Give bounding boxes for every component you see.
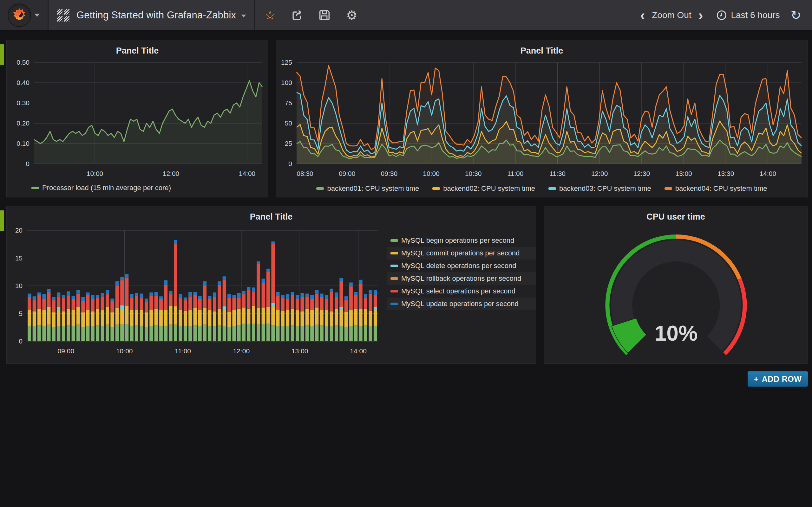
legend-item[interactable]: backend03: CPU system time: [548, 184, 651, 193]
logo-caret-icon: [34, 14, 40, 17]
chevron-left-icon: ‹: [641, 7, 645, 23]
legend-item[interactable]: MySQL begin operations per second: [387, 234, 537, 247]
refresh-button[interactable]: ↻: [789, 8, 803, 22]
legend-label: backend04: CPU system time: [675, 184, 767, 193]
legend-label: Processor load (15 min average per core): [42, 184, 171, 192]
time-range-picker[interactable]: Last 6 hours: [710, 10, 786, 20]
svg-text:20: 20: [15, 227, 22, 234]
legend-label: MySQL commit operations per second: [401, 249, 519, 257]
svg-text:11:00: 11:00: [507, 170, 523, 177]
bar-chart-mysql-operations[interactable]: 09:0010:0011:0012:0013:0014:0005101520: [7, 224, 381, 359]
svg-text:0: 0: [19, 337, 22, 345]
svg-text:0.20: 0.20: [16, 119, 30, 127]
svg-text:50: 50: [285, 119, 292, 127]
legend-color-dash: [391, 290, 398, 292]
gauge-cpu-user-time[interactable]: 10%: [544, 224, 808, 365]
legend-item[interactable]: backend02: CPU system time: [432, 184, 535, 193]
legend-label: MySQL update operations per second: [401, 300, 519, 308]
svg-text:10:00: 10:00: [423, 170, 440, 177]
refresh-icon: ↻: [791, 8, 801, 22]
chart-legend: backend01: CPU system timebackend02: CPU…: [276, 184, 807, 193]
legend-label: backend01: CPU system time: [327, 184, 419, 193]
svg-text:10:30: 10:30: [465, 170, 482, 177]
save-icon: [318, 9, 331, 21]
panel-mysql-operations: Panel Title 09:0010:0011:0012:0013:0014:…: [6, 206, 536, 364]
svg-text:75: 75: [285, 99, 292, 107]
share-button[interactable]: [286, 0, 309, 31]
grafana-logo: [8, 3, 31, 27]
legend-item[interactable]: MySQL update operations per second: [387, 297, 537, 310]
legend-color-dash: [391, 252, 398, 255]
gear-icon: ⚙: [346, 9, 357, 21]
svg-text:13:30: 13:30: [717, 170, 734, 177]
panel-title[interactable]: Panel Title: [7, 40, 268, 58]
time-back-button[interactable]: ‹: [636, 8, 650, 22]
panel-title[interactable]: Panel Title: [276, 40, 807, 58]
svg-text:100: 100: [281, 79, 292, 86]
line-chart-cpu-system-time[interactable]: 08:3009:0009:3010:0010:3011:0011:3012:00…: [276, 58, 808, 186]
svg-text:14:00: 14:00: [239, 170, 256, 177]
legend-color-dash: [316, 187, 324, 190]
star-icon: ☆: [264, 9, 275, 21]
panel-cpu-user-time: CPU user time 10%: [544, 206, 808, 364]
svg-text:15: 15: [15, 255, 22, 262]
svg-text:13:00: 13:00: [675, 170, 692, 177]
svg-text:0: 0: [26, 160, 30, 167]
legend-label: backend03: CPU system time: [559, 184, 651, 193]
panel-cpu-system-time: Panel Title 08:3009:0009:3010:0010:3011:…: [276, 40, 808, 198]
legend-item[interactable]: MySQL commit operations per second: [387, 247, 537, 260]
legend-label: MySQL rollback operations per second: [401, 274, 521, 283]
add-row-label: ADD ROW: [762, 375, 802, 384]
line-chart-processor-load[interactable]: 10:0012:0014:0000.100.200.300.400.50: [7, 58, 269, 186]
legend-item[interactable]: backend04: CPU system time: [664, 184, 767, 193]
svg-text:10: 10: [15, 282, 22, 289]
dashboard-grid-icon: [57, 9, 69, 21]
dashboard-title-dropdown[interactable]: Getting Started with Grafana-Zabbix: [77, 9, 246, 21]
row-toggle[interactable]: [0, 44, 4, 65]
legend-color-dash: [391, 239, 398, 242]
svg-text:09:00: 09:00: [339, 170, 356, 177]
svg-text:10:00: 10:00: [87, 170, 103, 177]
legend-color-dash: [391, 302, 398, 305]
legend-item[interactable]: MySQL select operations per second: [387, 285, 537, 297]
legend-label: MySQL begin operations per second: [401, 236, 514, 245]
legend-color-dash: [664, 187, 672, 190]
svg-text:0.50: 0.50: [16, 59, 30, 66]
svg-text:0: 0: [288, 160, 292, 167]
save-button[interactable]: [313, 0, 336, 31]
star-button[interactable]: ☆: [258, 0, 281, 31]
legend-color-dash: [432, 187, 440, 190]
add-row-button[interactable]: + ADD ROW: [748, 372, 808, 387]
svg-text:12:30: 12:30: [633, 170, 650, 177]
svg-text:0.10: 0.10: [16, 140, 30, 147]
svg-text:14:00: 14:00: [350, 347, 367, 354]
svg-text:11:00: 11:00: [175, 347, 191, 354]
legend-item[interactable]: Processor load (15 min average per core): [32, 184, 171, 192]
svg-text:09:00: 09:00: [58, 347, 74, 354]
legend-color-dash: [548, 187, 556, 190]
chevron-down-icon: [241, 14, 246, 17]
legend-color-dash: [32, 187, 39, 189]
panel-processor-load: Panel Title 10:0012:0014:0000.100.200.30…: [6, 40, 268, 198]
dashboard-title: Getting Started with Grafana-Zabbix: [77, 9, 236, 21]
legend-item[interactable]: MySQL delete operations per second: [387, 260, 537, 272]
legend-item[interactable]: MySQL rollback operations per second: [387, 272, 537, 285]
clock-icon: [716, 10, 727, 20]
legend-label: backend02: CPU system time: [443, 184, 535, 193]
svg-text:13:00: 13:00: [292, 347, 308, 354]
legend-item[interactable]: backend01: CPU system time: [316, 184, 419, 193]
time-forward-button[interactable]: ›: [694, 8, 708, 22]
share-icon: [291, 9, 304, 21]
svg-text:25: 25: [285, 140, 292, 147]
settings-button[interactable]: ⚙: [340, 0, 363, 31]
legend-label: MySQL delete operations per second: [401, 262, 516, 270]
legend-color-dash: [391, 265, 398, 267]
svg-text:14:00: 14:00: [760, 170, 776, 177]
row-toggle[interactable]: [0, 210, 4, 231]
panel-title[interactable]: Panel Title: [7, 206, 536, 224]
zoom-out-button[interactable]: Zoom Out: [652, 10, 691, 20]
panel-title[interactable]: CPU user time: [544, 206, 807, 224]
chevron-right-icon: ›: [699, 7, 703, 23]
grafana-logo-button[interactable]: [0, 0, 48, 30]
svg-text:09:30: 09:30: [381, 170, 398, 177]
